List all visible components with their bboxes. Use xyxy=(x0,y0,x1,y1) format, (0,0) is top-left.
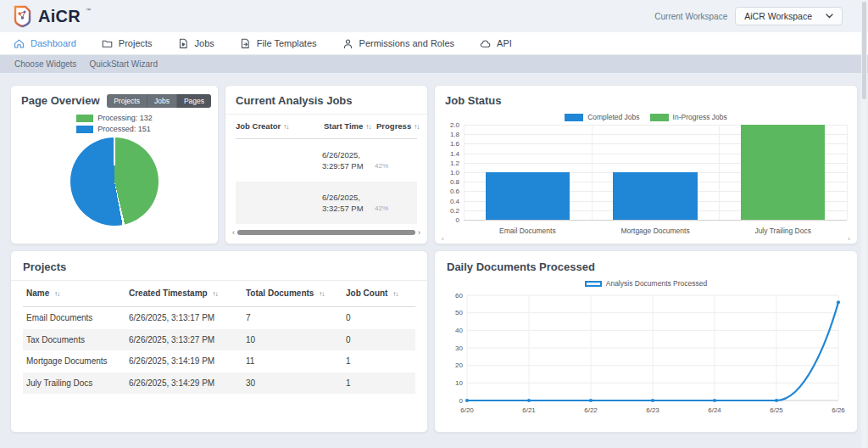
sort-icon[interactable]: ↑↓ xyxy=(365,123,370,131)
job-count-cell: 1 xyxy=(346,356,415,366)
legend-item-completed-jobs[interactable]: Completed Jobs xyxy=(565,113,639,121)
column-header-name[interactable]: Name ↑↓ xyxy=(23,288,129,298)
svg-text:0: 0 xyxy=(459,397,464,405)
svg-text:6/20: 6/20 xyxy=(460,406,474,414)
column-header-start-time[interactable]: Start Time↑↓ xyxy=(324,121,373,131)
project-row-mortgage-documents[interactable]: Mortgage Documents6/26/2025, 3:14:19 PM1… xyxy=(23,350,415,372)
project-row-tax-documents[interactable]: Tax Documents6/26/2025, 3:13:27 PM100 xyxy=(23,329,415,351)
bar-email-documents xyxy=(486,172,570,220)
nav-item-label: API xyxy=(497,38,512,48)
scroll-left-arrow[interactable]: ‹ xyxy=(442,235,444,243)
created-timestamp-cell: 6/26/2025, 3:14:19 PM xyxy=(129,356,246,366)
dashboard-content: Page Overview ProjectsJobsPages Processi… xyxy=(0,73,868,448)
svg-text:60: 60 xyxy=(455,292,463,300)
cloud-icon xyxy=(480,38,491,49)
top-bar: AiCR ™ Current Workspace AiCR Workspace xyxy=(0,0,868,32)
legend-item-processing[interactable]: Processing: 132 xyxy=(76,114,153,122)
daily-documents-title: Daily Documents Processed xyxy=(447,260,845,273)
legend-item-analysis-documents-processed[interactable]: Analysis Documents Processed xyxy=(585,279,708,288)
svg-text:6/22: 6/22 xyxy=(584,406,598,414)
pie-legend: Processing: 132Processed: 151 xyxy=(76,114,153,133)
job-row[interactable]: 6/26/2025, 3:29:57 PM42% xyxy=(236,139,417,182)
nav-item-jobs[interactable]: Jobs xyxy=(178,38,214,49)
bar-july-trailing-docs xyxy=(741,125,825,220)
sort-icon[interactable]: ↑↓ xyxy=(319,290,324,298)
column-header-progress[interactable]: Progress↑↓ xyxy=(376,121,417,131)
daily-documents-card: Daily Documents Processed Analysis Docum… xyxy=(434,250,858,433)
created-timestamp-cell: 6/26/2025, 3:14:29 PM xyxy=(129,378,246,388)
column-header-total-documents[interactable]: Total Documents ↑↓ xyxy=(246,288,346,298)
nav-item-projects[interactable]: Projects xyxy=(102,38,153,49)
projects-table-body: Email Documents6/26/2025, 3:13:17 PM70Ta… xyxy=(23,307,415,394)
created-timestamp-cell: 6/26/2025, 3:13:27 PM xyxy=(129,335,246,344)
tab-pages[interactable]: Pages xyxy=(177,94,211,108)
legend-swatch xyxy=(650,114,669,121)
workspace-selector[interactable]: AiCR Workspace xyxy=(735,7,843,25)
sort-icon[interactable]: ↑↓ xyxy=(212,290,217,298)
scroll-left-arrow[interactable]: ‹ xyxy=(232,230,235,235)
file-template-icon xyxy=(240,38,251,49)
subnav-link-quickstart-wizard[interactable]: QuickStart Wizard xyxy=(89,59,158,69)
tab-jobs[interactable]: Jobs xyxy=(147,94,177,108)
legend-item-in-progress-jobs[interactable]: In-Progress Jobs xyxy=(650,113,727,121)
sort-icon[interactable]: ↑↓ xyxy=(392,290,398,298)
job-status-legend: Completed JobsIn-Progress Jobs xyxy=(435,113,857,121)
page-overview-pie-chart xyxy=(70,137,159,226)
name-cell: Tax Documents xyxy=(23,335,129,344)
x-tick-label: Email Documents xyxy=(464,227,592,235)
y-tick-label: 0.2 xyxy=(450,206,459,214)
subnav-link-choose-widgets[interactable]: Choose Widgets xyxy=(14,59,76,69)
sort-icon[interactable]: ↑↓ xyxy=(54,290,59,298)
project-row-july-trailing-docs[interactable]: July Trailing Docs6/26/2025, 3:14:29 PM3… xyxy=(23,372,415,395)
job-count-cell: 0 xyxy=(346,335,415,344)
nav-item-api[interactable]: API xyxy=(480,38,512,49)
chevron-down-icon xyxy=(826,14,833,19)
svg-text:6/24: 6/24 xyxy=(708,406,721,414)
file-arrow-icon xyxy=(178,38,189,49)
scrollbar-thumb[interactable] xyxy=(237,230,415,235)
svg-text:6/26: 6/26 xyxy=(832,406,845,414)
page-overview-card: Page Overview ProjectsJobsPages Processi… xyxy=(10,85,219,244)
name-cell: July Trailing Docs xyxy=(23,378,129,388)
created-timestamp-cell: 6/26/2025, 3:13:17 PM xyxy=(129,313,246,322)
nav-item-permissions-and-roles[interactable]: Permissions and Roles xyxy=(342,38,455,49)
legend-item-processed[interactable]: Processed: 151 xyxy=(76,125,153,133)
legend-swatch xyxy=(76,126,93,133)
page-vertical-scrollbar[interactable] xyxy=(861,0,867,448)
scroll-right-arrow[interactable]: › xyxy=(848,235,850,243)
sub-nav: Choose WidgetsQuickStart Wizard xyxy=(0,55,868,73)
current-jobs-table: Job Creator↑↓Start Time↑↓Progress↑↓ 6/26… xyxy=(236,115,417,224)
svg-text:6/21: 6/21 xyxy=(522,406,536,414)
job-status-title: Job Status xyxy=(445,94,847,107)
y-tick-label: 1.2 xyxy=(450,159,459,166)
nav-item-dashboard[interactable]: Dashboard xyxy=(14,38,76,49)
sort-icon[interactable]: ↑↓ xyxy=(414,123,419,131)
nav-item-label: Permissions and Roles xyxy=(359,38,455,48)
person-icon xyxy=(342,38,353,49)
legend-label: In-Progress Jobs xyxy=(673,113,727,121)
column-header-job-count[interactable]: Job Count ↑↓ xyxy=(346,288,415,298)
y-tick-label: 1.0 xyxy=(450,169,459,176)
bar-mortgage-documents xyxy=(613,172,697,220)
sort-icon[interactable]: ↑↓ xyxy=(283,123,288,131)
svg-text:40: 40 xyxy=(455,327,463,334)
column-header-job-creator[interactable]: Job Creator↑↓ xyxy=(236,121,320,131)
bar-chart-x-axis: Email DocumentsMortgage DocumentsJuly Tr… xyxy=(464,227,847,235)
column-header-created-timestamp[interactable]: Created Timestamp ↑↓ xyxy=(129,288,246,298)
logo-shield-icon xyxy=(12,5,33,28)
jobs-horizontal-scrollbar[interactable]: ‹ › xyxy=(232,230,420,235)
job-row[interactable]: 6/26/2025, 3:32:57 PM42% xyxy=(236,182,417,224)
total-documents-cell: 7 xyxy=(246,313,346,322)
x-tick-label: July Trailing Docs xyxy=(719,227,847,235)
current-jobs-table-header: Job Creator↑↓Start Time↑↓Progress↑↓ xyxy=(236,115,417,139)
job-status-card: Job Status Completed JobsIn-Progress Job… xyxy=(434,85,858,244)
nav-item-label: Dashboard xyxy=(31,38,76,48)
name-cell: Email Documents xyxy=(23,313,129,322)
page-scrollbar-thumb[interactable] xyxy=(862,2,866,99)
start-time-cell: 6/26/2025, 3:32:57 PM xyxy=(322,192,371,215)
tab-projects[interactable]: Projects xyxy=(107,94,147,108)
projects-title: Projects xyxy=(23,260,415,273)
project-row-email-documents[interactable]: Email Documents6/26/2025, 3:13:17 PM70 xyxy=(23,307,415,329)
scroll-right-arrow[interactable]: › xyxy=(418,230,420,235)
nav-item-file-templates[interactable]: File Templates xyxy=(240,38,317,49)
